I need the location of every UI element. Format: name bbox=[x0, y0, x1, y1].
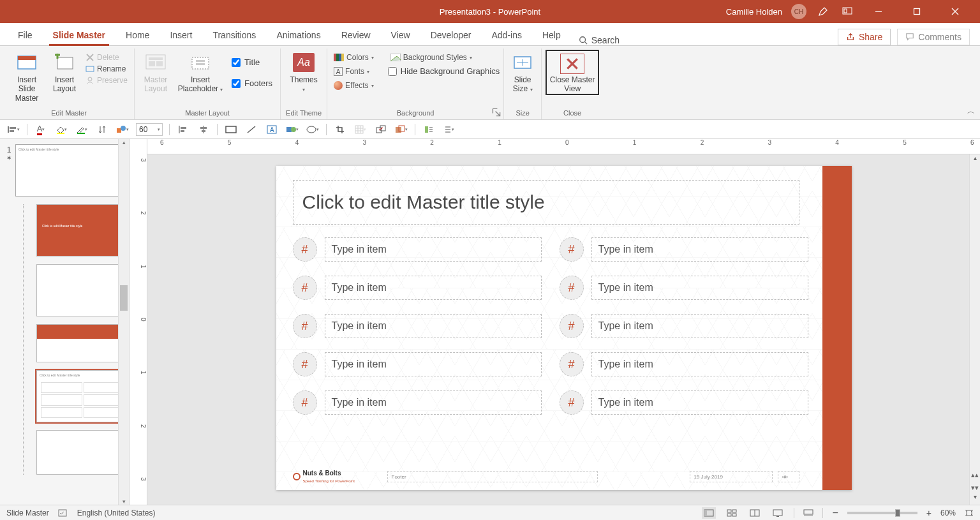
slide-master-preview[interactable]: Click to edit Master title style #Type i… bbox=[276, 166, 852, 490]
sort-icon[interactable] bbox=[95, 123, 109, 137]
item-number-bubble[interactable]: # bbox=[560, 352, 584, 376]
layout-thumbnail[interactable] bbox=[36, 430, 130, 475]
tab-insert[interactable]: Insert bbox=[160, 25, 202, 45]
close-master-view-button[interactable]: Close Master View bbox=[546, 50, 599, 95]
font-size-input[interactable]: 60▾ bbox=[136, 123, 163, 136]
sorter-view-icon[interactable] bbox=[725, 507, 739, 519]
item-text-placeholder[interactable]: Type in item bbox=[591, 390, 808, 415]
shapes-icon[interactable]: ▾ bbox=[115, 123, 130, 137]
item-text-placeholder[interactable]: Type in item bbox=[591, 237, 808, 262]
textbox-tool-icon[interactable]: A bbox=[265, 123, 279, 137]
tab-file[interactable]: File bbox=[8, 25, 43, 45]
slide-size-button[interactable]: Slide Size ▾ bbox=[508, 50, 537, 94]
tab-slide-master[interactable]: Slide Master bbox=[43, 25, 115, 45]
thumbnail-pane[interactable]: 1 ✶ Click to edit Master title style Cli… bbox=[0, 139, 130, 505]
search-box[interactable]: Search bbox=[571, 35, 627, 45]
pen-icon[interactable] bbox=[815, 4, 831, 19]
item-placeholder-row[interactable]: #Type in item bbox=[560, 237, 808, 262]
item-placeholder-row[interactable]: #Type in item bbox=[293, 237, 542, 262]
themes-button[interactable]: Aa Themes▾ bbox=[285, 50, 323, 94]
item-number-bubble[interactable]: # bbox=[560, 390, 584, 415]
tab-view[interactable]: View bbox=[381, 25, 420, 45]
item-text-placeholder[interactable]: Type in item bbox=[325, 352, 542, 376]
zoom-out-button[interactable]: − bbox=[832, 507, 838, 519]
effects-button[interactable]: Effects ▾ bbox=[331, 80, 376, 91]
tab-review[interactable]: Review bbox=[331, 25, 381, 45]
item-placeholder-row[interactable]: #Type in item bbox=[560, 352, 808, 376]
shape-dropdown-icon[interactable]: ▾ bbox=[285, 123, 299, 137]
item-text-placeholder[interactable]: Type in item bbox=[325, 314, 542, 338]
footers-checkbox[interactable]: Footers bbox=[228, 76, 276, 91]
merge-shapes-icon[interactable]: ▾ bbox=[394, 123, 408, 137]
item-text-placeholder[interactable]: Type in item bbox=[591, 314, 808, 338]
notes-toggle-icon[interactable] bbox=[803, 509, 813, 517]
align-objects-left-icon[interactable] bbox=[176, 123, 190, 137]
more-tools-icon[interactable]: ▾ bbox=[442, 123, 456, 137]
font-color-icon[interactable]: A▾ bbox=[34, 123, 48, 137]
master-title-placeholder[interactable]: Click to edit Master title style bbox=[293, 180, 799, 225]
tab-home[interactable]: Home bbox=[115, 25, 160, 45]
item-placeholder-row[interactable]: #Type in item bbox=[560, 390, 808, 415]
dialog-launcher-icon[interactable] bbox=[492, 108, 501, 117]
item-number-bubble[interactable]: # bbox=[560, 314, 584, 338]
display-options-icon[interactable] bbox=[840, 4, 855, 19]
rename-layout-button[interactable]: Rename bbox=[83, 64, 130, 74]
title-checkbox[interactable]: Title bbox=[228, 55, 276, 70]
align-objects-center-icon[interactable] bbox=[197, 123, 211, 137]
item-placeholder-row[interactable]: #Type in item bbox=[560, 314, 808, 338]
rectangle-tool-icon[interactable] bbox=[224, 123, 238, 137]
slide-number-placeholder[interactable]: ‹#› bbox=[778, 471, 799, 482]
normal-view-icon[interactable] bbox=[702, 507, 716, 519]
vertical-scrollbar[interactable]: ▴ ▴▴ ▾▾ ▾ bbox=[969, 154, 980, 505]
item-number-bubble[interactable]: # bbox=[560, 276, 584, 300]
spellcheck-icon[interactable] bbox=[58, 509, 68, 517]
item-number-bubble[interactable]: # bbox=[293, 352, 317, 376]
table-icon[interactable]: ▾ bbox=[353, 123, 368, 137]
background-styles-button[interactable]: Background Styles ▾ bbox=[388, 52, 500, 63]
tab-developer[interactable]: Developer bbox=[420, 25, 482, 45]
next-slide-button[interactable]: ▾▾ bbox=[970, 484, 980, 492]
ungroup-icon[interactable] bbox=[374, 123, 388, 137]
close-window-button[interactable] bbox=[940, 0, 970, 23]
scrollbar-handle[interactable] bbox=[120, 285, 128, 311]
item-text-placeholder[interactable]: Type in item bbox=[591, 352, 808, 376]
item-placeholder-row[interactable]: #Type in item bbox=[293, 276, 542, 300]
tab-addins[interactable]: Add-ins bbox=[481, 25, 531, 45]
item-text-placeholder[interactable]: Type in item bbox=[325, 276, 542, 300]
layout-thumbnail-selected[interactable]: Click to edit Master title style bbox=[36, 370, 130, 422]
item-number-bubble[interactable]: # bbox=[560, 237, 584, 262]
insert-placeholder-button[interactable]: Insert Placeholder ▾ bbox=[175, 50, 225, 94]
reading-view-icon[interactable] bbox=[748, 507, 762, 519]
selection-pane-icon[interactable] bbox=[422, 123, 436, 137]
hide-background-checkbox[interactable]: Hide Background Graphics bbox=[388, 66, 500, 76]
insert-layout-button[interactable]: Insert Layout bbox=[48, 50, 80, 94]
layout-thumbnail[interactable]: Click to edit Master title style bbox=[36, 204, 130, 256]
item-number-bubble[interactable]: # bbox=[293, 276, 317, 300]
slideshow-view-icon[interactable] bbox=[771, 507, 785, 519]
align-left-icon[interactable]: ▾ bbox=[6, 123, 20, 137]
tab-help[interactable]: Help bbox=[532, 25, 571, 45]
master-thumbnail[interactable]: Click to edit Master title style bbox=[15, 144, 124, 197]
maximize-button[interactable] bbox=[902, 0, 932, 23]
user-avatar[interactable]: CH bbox=[791, 4, 806, 19]
status-language[interactable]: English (United States) bbox=[77, 509, 156, 517]
fonts-button[interactable]: AFonts ▾ bbox=[331, 66, 376, 77]
slide-canvas[interactable]: Click to edit Master title style #Type i… bbox=[147, 154, 980, 505]
outline-color-icon[interactable]: ▾ bbox=[75, 123, 89, 137]
item-text-placeholder[interactable]: Type in item bbox=[325, 237, 542, 262]
colors-button[interactable]: Colors ▾ bbox=[331, 52, 376, 63]
minimize-button[interactable] bbox=[864, 0, 893, 23]
prev-slide-button[interactable]: ▴▴ bbox=[970, 471, 980, 479]
fill-color-icon[interactable]: ▾ bbox=[54, 123, 68, 137]
item-placeholder-row[interactable]: #Type in item bbox=[293, 352, 542, 376]
tab-animations[interactable]: Animations bbox=[266, 25, 330, 45]
item-placeholder-row[interactable]: #Type in item bbox=[293, 314, 542, 338]
item-placeholder-row[interactable]: #Type in item bbox=[560, 276, 808, 300]
item-number-bubble[interactable]: # bbox=[293, 314, 317, 338]
thumbnail-scrollbar[interactable]: ▴ ▾ bbox=[118, 139, 129, 505]
layout-thumbnail[interactable] bbox=[36, 264, 130, 316]
item-text-placeholder[interactable]: Type in item bbox=[591, 276, 808, 300]
tab-transitions[interactable]: Transitions bbox=[202, 25, 266, 45]
item-number-bubble[interactable]: # bbox=[293, 237, 317, 262]
comments-button[interactable]: Comments bbox=[897, 29, 970, 45]
